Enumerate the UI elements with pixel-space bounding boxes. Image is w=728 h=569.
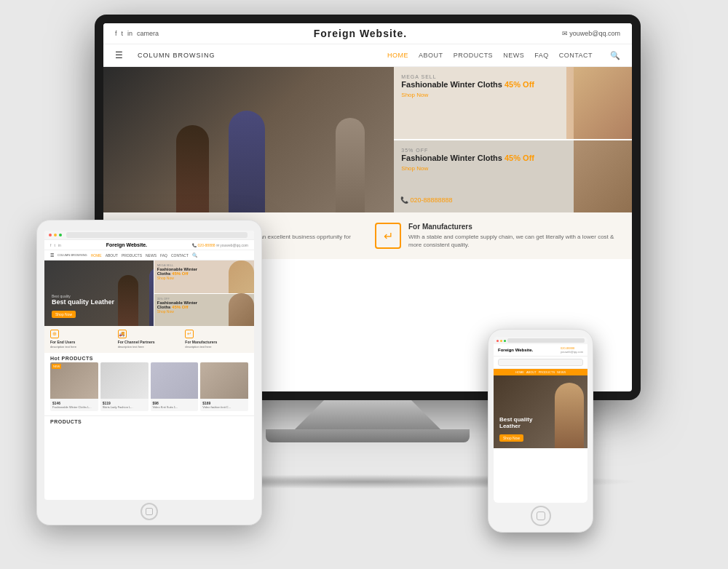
phone-url-bar[interactable] [507,338,585,343]
tablet-nav-products[interactable]: PRODUCTS [122,253,142,258]
tablet-nav-news[interactable]: NEWS [146,253,157,258]
tablet-product-1[interactable]: NEW $146 Fashionable Winter Cloths L... [50,362,98,411]
tablet-shop-btn[interactable]: Shop Now [52,311,76,318]
ph-min-dot [500,340,502,342]
tablet-body: f t in Foreign Website. 📞 020-88888 ✉ yo… [36,220,262,525]
contact-email: ✉ youweb@qq.com [562,30,620,37]
tab-close-dot [49,234,52,236]
monitor-base [266,429,470,442]
tablet-logo[interactable]: Foreign Website. [106,242,147,247]
tablet-url-bar[interactable] [66,232,248,238]
phone-hero: Best quality Leather Shop Now [494,375,587,448]
tablet-name-3: Video Knit Suits 1... [153,405,197,409]
linkedin-icon[interactable]: in [127,30,132,37]
tablet-name-2: Skirts Lady Fashion L... [103,405,146,409]
column-browsing-label: COLUMN BROWSING [138,52,215,59]
tablet-in-icon: in [58,243,61,247]
hamburger-icon[interactable]: ☰ [115,50,123,60]
phone-nav-products[interactable]: PRODUCTS [539,370,555,374]
tablet-feat-channel: 🚚 For Channel Partners description text … [118,330,181,349]
hero-side-top: MEGA SELL Fashionable Winter Cloths 45% … [394,67,632,139]
phone-contact-info: 020-88888 youweb@qq.com [561,346,583,354]
phone-shop-btn[interactable]: Shop Now [499,434,523,442]
phone-nav: HOME ABOUT PRODUCTS NEWS [494,369,587,375]
twitter-icon[interactable]: t [122,30,124,37]
phone-body: Foreign Website. 020-88888 youweb@qq.com… [488,329,593,533]
tablet-home-button[interactable] [141,503,158,520]
hero-side-bottom-text: 35% OFF Fashionable Winter Cloths 45% Of… [401,148,625,172]
tablet-name-1: Fashionable Winter Cloths L... [52,405,96,409]
site-logo[interactable]: Foreign Website. [314,28,408,39]
tablet-email: ✉ youweb@qq.com [216,243,248,247]
hero-side-bottom-shop[interactable]: Shop Now [401,165,625,172]
tablet-nav-contact[interactable]: CONTACT [171,253,189,258]
nav-about[interactable]: ABOUT [419,52,443,59]
tablet-phone: 📞 020-88888 [192,243,215,247]
nav-contact[interactable]: CONTACT [559,52,593,59]
phone-home-inner [537,512,545,520]
tablet-screen: f t in Foreign Website. 📞 020-88888 ✉ yo… [44,231,254,500]
phone-hero-line2: Leather [499,423,532,429]
tablet-hero-label2: Best quality Leather [52,298,114,306]
tablet-side-banner2: 35% OFF Fashionable WinterCloths 45% Off… [154,293,254,326]
tablet: f t in Foreign Website. 📞 020-88888 ✉ yo… [36,220,262,525]
hero-side-top-text: MEGA SELL Fashionable Winter Cloths 45% … [401,74,625,98]
tablet-name-4: Video fashion knit C... [202,405,246,409]
tablet-person1 [118,275,138,326]
tablet-features: ⊕ For End Users description text here 🚚 … [44,326,254,353]
phone-search-bar[interactable] [498,359,583,366]
nav-products[interactable]: PRODUCTS [454,52,494,59]
ph-max-dot [504,340,506,342]
percent-off-label: 35% OFF [401,148,625,153]
hero-side-top-title: Fashionable Winter Cloths 45% Off [401,79,625,89]
tablet-feat-end-users: ⊕ For End Users description text here [50,330,114,349]
search-icon[interactable]: 🔍 [610,51,620,60]
phone-home-button[interactable] [531,506,551,526]
tablet-side-banner1: MEGA SELL Fashionable WinterCloths 45% O… [154,260,254,293]
phone-nav-news[interactable]: NEWS [557,370,566,374]
tablet-product-3[interactable]: $98 Video Knit Suits 1... [151,362,199,411]
tablet-search-icon[interactable]: 🔍 [192,252,197,258]
site-topbar: f t in camera Foreign Website. 📞 020-888… [103,23,632,44]
tablet-new-badge-1: NEW [52,364,61,369]
site-navbar: ☰ COLUMN BROWSING HOME ABOUT PRODUCTS NE… [103,44,632,67]
instagram-icon[interactable]: camera [137,30,159,37]
tablet-feat-manufacturers: ↵ For Manufacturers description text her… [185,330,248,349]
facebook-icon[interactable]: f [115,30,117,37]
monitor-stand [295,400,440,429]
nav-links: HOME ABOUT PRODUCTS NEWS FAQ CONTACT [387,52,593,59]
tablet-product-2[interactable]: $119 Skirts Lady Fashion L... [100,362,149,411]
phone-woman-figure [555,383,584,448]
tablet-products-footer-title: PRODUCTS [44,415,254,427]
phone-search-area [494,357,587,369]
tablet-channel-icon: 🚚 [118,330,127,338]
tablet-hero-text: Best quality Best quality Leather Shop N… [52,294,114,319]
tablet-browser-bar [44,231,254,240]
tablet-nav-home[interactable]: HOME [91,253,102,258]
ph-close-dot [496,340,499,342]
tablet-product-4[interactable]: $169 Video fashion knit C... [200,362,248,411]
site-contact: 📞 020-88888888 ✉ youweb@qq.com [562,30,620,37]
hero-side-top-shop[interactable]: Shop Now [401,92,625,98]
phone-logo[interactable]: Foreign Website. [498,348,533,352]
tablet-side-person1 [229,260,254,293]
tablet-fb-icon: f [50,243,51,247]
tab-min-dot [54,234,57,236]
nav-news[interactable]: NEWS [503,52,524,59]
phone-screen: Foreign Website. 020-88888 youweb@qq.com… [494,337,587,503]
hero-main-image: 35% OFF Best [103,67,394,212]
hero-side: MEGA SELL Fashionable Winter Cloths 45% … [394,67,632,212]
nav-faq[interactable]: FAQ [534,52,549,59]
nav-home[interactable]: HOME [387,52,408,59]
tablet-hamburger[interactable]: ☰ [50,252,54,258]
hero-main: 35% OFF Best [103,67,394,212]
return-icon: ↵ [375,223,401,249]
tablet-nav-about[interactable]: ABOUT [106,253,118,258]
phone-nav-home[interactable]: HOME [515,370,524,374]
mega-sell-label: MEGA SELL [401,74,625,79]
tablet-home-inner [146,508,153,515]
tablet-nav-faq[interactable]: FAQ [160,253,167,258]
phone-topbar: Foreign Website. 020-88888 youweb@qq.com [494,344,587,357]
phone-nav-about[interactable]: ABOUT [526,370,537,374]
tablet-side-person2 [229,293,254,326]
